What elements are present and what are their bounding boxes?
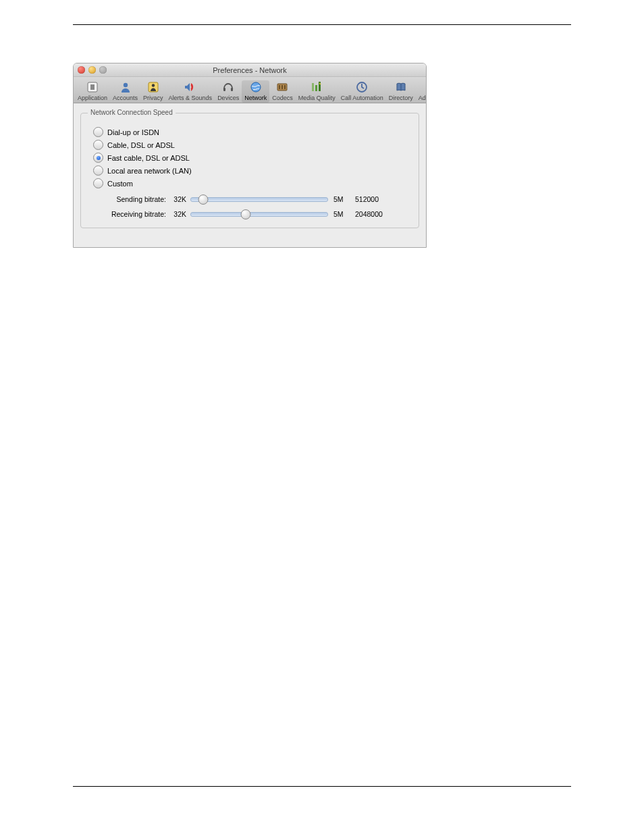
tab-label: Network <box>244 95 267 101</box>
slider-min: 32K <box>169 210 186 218</box>
slider-max: 5M <box>333 195 348 203</box>
tab-network[interactable]: Network <box>242 80 269 103</box>
sending-bitrate-slider[interactable] <box>190 197 328 202</box>
tab-codecs[interactable]: Codecs <box>269 80 296 103</box>
slider-label: Sending bitrate: <box>93 195 166 203</box>
application-icon <box>85 80 100 94</box>
tab-label: Directory <box>389 95 413 101</box>
svg-rect-9 <box>279 85 280 89</box>
window-title: Preferences - Network <box>74 66 426 74</box>
equalizer-icon <box>309 80 324 94</box>
radio-icon <box>93 140 103 150</box>
tab-label: Devices <box>217 95 239 101</box>
globe-icon <box>248 80 263 94</box>
radio-lan[interactable]: Local area network (LAN) <box>93 165 406 176</box>
tab-privacy[interactable]: Privacy <box>140 80 166 103</box>
speaker-icon <box>183 80 198 94</box>
tab-label: Application <box>78 95 107 101</box>
tab-label: Privacy <box>143 95 163 101</box>
slider-thumb[interactable] <box>198 194 209 205</box>
svg-rect-12 <box>312 83 314 91</box>
receiving-bitrate-row: Receiving bitrate: 32K 5M 2048000 <box>93 210 406 218</box>
sending-bitrate-row: Sending bitrate: 32K 5M 512000 <box>93 195 406 203</box>
option-label: Dial-up or ISDN <box>107 128 159 136</box>
tab-devices[interactable]: Devices <box>215 80 242 103</box>
tab-application[interactable]: Application <box>75 80 110 103</box>
window-titlebar[interactable]: Preferences - Network <box>74 63 426 77</box>
privacy-icon <box>146 80 161 94</box>
slider-min: 32K <box>169 195 186 203</box>
headset-icon <box>221 80 236 94</box>
tab-advanced[interactable]: Advanced <box>416 80 427 103</box>
receiving-bitrate-slider[interactable] <box>190 212 328 217</box>
option-label: Local area network (LAN) <box>107 167 192 175</box>
radio-custom[interactable]: Custom <box>93 178 406 188</box>
tab-alerts-sounds[interactable]: Alerts & Sounds <box>166 80 215 103</box>
option-label: Fast cable, DSL or ADSL <box>107 154 190 162</box>
panel-content: Network Connection Speed Dial-up or ISDN… <box>74 103 426 247</box>
slider-max: 5M <box>333 210 348 218</box>
tab-accounts[interactable]: Accounts <box>110 80 140 103</box>
tab-directory[interactable]: Directory <box>386 80 416 103</box>
tab-label: Codecs <box>272 95 293 101</box>
slider-label: Receiving bitrate: <box>93 210 166 218</box>
radio-fast-cable[interactable]: Fast cable, DSL or ADSL <box>93 153 406 163</box>
page-rule-top <box>73 24 571 25</box>
preferences-window: Preferences - Network Application Accoun… <box>73 63 427 248</box>
svg-rect-1 <box>90 84 95 90</box>
svg-rect-11 <box>284 85 286 89</box>
radio-icon <box>93 153 103 163</box>
group-title: Network Connection Speed <box>88 109 176 116</box>
svg-point-2 <box>123 83 127 87</box>
person-icon <box>118 80 133 94</box>
tab-label: Call Automation <box>341 95 383 101</box>
tab-label: Advanced <box>419 95 427 101</box>
preferences-toolbar: Application Accounts Privacy Alerts & So… <box>74 77 426 103</box>
tab-label: Media Quality <box>298 95 336 101</box>
radio-cable-dsl[interactable]: Cable, DSL or ADSL <box>93 140 406 150</box>
book-icon <box>394 80 408 94</box>
slider-value: 2048000 <box>355 210 396 218</box>
radio-icon <box>93 165 103 176</box>
tab-call-automation[interactable]: Call Automation <box>338 80 386 103</box>
slider-thumb[interactable] <box>240 209 250 219</box>
tab-label: Alerts & Sounds <box>169 95 213 101</box>
page-rule-bottom <box>73 786 571 787</box>
zoom-icon[interactable] <box>99 66 107 74</box>
tab-media-quality[interactable]: Media Quality <box>296 80 338 103</box>
option-label: Cable, DSL or ADSL <box>107 141 175 149</box>
svg-rect-5 <box>223 88 225 91</box>
svg-rect-13 <box>315 85 317 91</box>
codecs-icon <box>275 80 290 94</box>
svg-point-4 <box>152 84 155 86</box>
close-icon[interactable] <box>78 66 85 74</box>
svg-rect-6 <box>231 88 233 91</box>
svg-point-7 <box>251 82 261 92</box>
option-label: Custom <box>107 180 133 188</box>
gear-icon <box>425 80 427 94</box>
radio-icon <box>93 127 103 137</box>
svg-rect-10 <box>281 85 283 89</box>
radio-dialup[interactable]: Dial-up or ISDN <box>93 127 406 137</box>
tab-label: Accounts <box>113 95 138 101</box>
minimize-icon[interactable] <box>88 66 96 74</box>
automation-icon <box>354 80 369 94</box>
network-speed-group: Network Connection Speed Dial-up or ISDN… <box>80 113 419 228</box>
radio-icon <box>93 178 103 188</box>
window-controls <box>78 66 107 74</box>
slider-value: 512000 <box>355 195 396 203</box>
